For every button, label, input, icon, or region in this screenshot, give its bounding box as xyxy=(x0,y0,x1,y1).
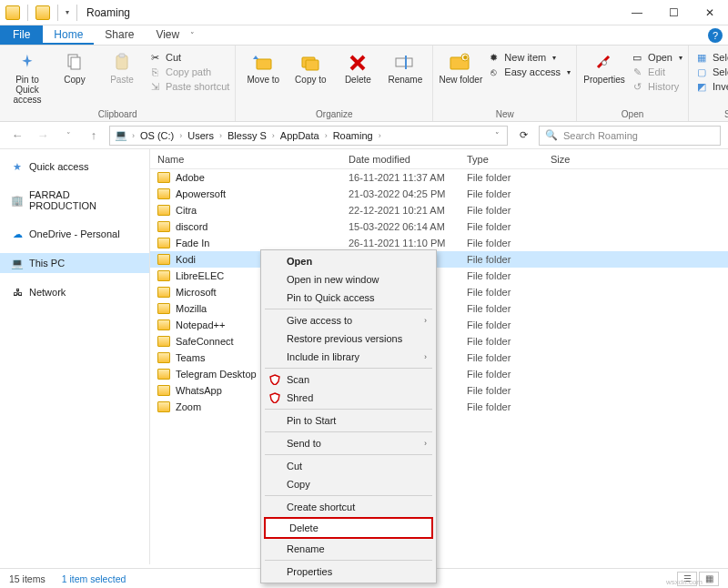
folder-row[interactable]: SafeConnectFile folder xyxy=(150,333,728,350)
svg-rect-8 xyxy=(405,56,407,69)
qat-dropdown[interactable]: ▾ xyxy=(66,8,69,16)
col-type[interactable]: Type xyxy=(467,154,551,165)
copy-path-button[interactable]: ⎘Copy path xyxy=(147,66,229,78)
edit-button[interactable]: ✎Edit xyxy=(630,66,682,78)
ctx-include-in-library[interactable]: Include in library› xyxy=(263,348,434,366)
crumb-user[interactable]: Blessy S xyxy=(226,130,268,141)
sidebar-quick-access[interactable]: ★Quick access xyxy=(0,157,149,177)
folder-icon xyxy=(157,205,170,216)
folder-row[interactable]: Notepad++File folder xyxy=(150,317,728,333)
new-folder-button[interactable]: ✹ New folder xyxy=(439,47,482,85)
folder-row[interactable]: LibreELECFile folder xyxy=(150,268,728,284)
ctx-pin-to-start[interactable]: Pin to Start xyxy=(263,411,434,430)
folder-type: File folder xyxy=(467,188,551,199)
ctx-rename[interactable]: Rename xyxy=(263,540,434,558)
ctx-send-to[interactable]: Send to› xyxy=(263,434,434,452)
window-title: Roaming xyxy=(86,6,130,19)
breadcrumb-dropdown[interactable]: ˅ xyxy=(495,131,503,140)
cut-button[interactable]: ✂Cut xyxy=(147,51,229,64)
crumb-appdata[interactable]: AppData xyxy=(278,130,321,141)
refresh-button[interactable]: ⟳ xyxy=(513,126,533,146)
collapse-ribbon[interactable]: ˅ xyxy=(190,31,195,40)
folder-icon xyxy=(157,303,170,314)
invert-selection-button[interactable]: ◩Invert selection xyxy=(694,80,728,93)
pasteshortcut-icon: ⇲ xyxy=(147,80,162,93)
open-button[interactable]: ▭Open▾ xyxy=(630,51,682,64)
ctx-properties[interactable]: Properties xyxy=(263,563,434,581)
copy-button[interactable]: Copy xyxy=(53,47,96,85)
history-button[interactable]: ↺History xyxy=(630,80,682,93)
rename-button[interactable]: Rename xyxy=(383,47,427,85)
pin-quick-access-button[interactable]: Pin to Quick access xyxy=(5,47,49,105)
paste-button[interactable]: Paste xyxy=(100,47,144,85)
tab-share[interactable]: Share xyxy=(94,25,145,45)
ctx-scan[interactable]: Scan xyxy=(263,370,434,389)
folder-row[interactable]: discord15-03-2022 06:14 AMFile folder xyxy=(150,218,728,235)
select-all-button[interactable]: ▦Select all xyxy=(694,51,728,64)
tab-file[interactable]: File xyxy=(0,25,43,45)
folder-row[interactable]: Fade In26-11-2021 11:10 PMFile folder xyxy=(150,235,728,251)
delete-button[interactable]: Delete xyxy=(336,47,379,85)
move-to-button[interactable]: Move to xyxy=(241,47,285,85)
folder-name: WhatsApp xyxy=(176,385,222,396)
folder-row[interactable]: MozillaFile folder xyxy=(150,300,728,317)
back-button[interactable]: ← xyxy=(7,126,27,146)
folder-row[interactable]: TeamsFile folder xyxy=(150,350,728,366)
sidebar-onedrive[interactable]: ☁OneDrive - Personal xyxy=(0,224,149,244)
help-icon[interactable]: ? xyxy=(708,28,723,43)
ctx-open[interactable]: Open xyxy=(263,252,434,270)
ctx-pin-to-quick-access[interactable]: Pin to Quick access xyxy=(263,289,434,307)
ctx-delete[interactable]: Delete xyxy=(266,519,431,537)
select-none-button[interactable]: ▢Select none xyxy=(694,66,728,78)
easy-access-button[interactable]: ⎋Easy access▾ xyxy=(486,66,571,78)
new-item-button[interactable]: ✹New item▾ xyxy=(486,51,571,64)
crumb-users[interactable]: Users xyxy=(186,130,216,141)
invert-icon: ◩ xyxy=(694,80,709,93)
folder-row[interactable]: Telegram DesktopFile folder xyxy=(150,366,728,382)
ctx-restore-previous-versions[interactable]: Restore previous versions xyxy=(263,329,434,348)
folder-row[interactable]: Citra22-12-2021 10:21 AMFile folder xyxy=(150,202,728,218)
tab-home[interactable]: Home xyxy=(43,25,94,45)
breadcrumb[interactable]: 💻 › OS (C:)› Users› Blessy S› AppData› R… xyxy=(109,126,508,146)
ctx-give-access-to[interactable]: Give access to› xyxy=(263,311,434,329)
ctx-open-in-new-window[interactable]: Open in new window xyxy=(263,270,434,289)
col-date[interactable]: Date modified xyxy=(349,154,467,165)
submenu-arrow: › xyxy=(424,352,427,361)
search-input[interactable]: 🔍 Search Roaming xyxy=(539,126,721,146)
crumb-roaming[interactable]: Roaming xyxy=(331,130,375,141)
folder-row[interactable]: KodiFile folder xyxy=(150,251,728,268)
up-button[interactable]: ↑ xyxy=(84,126,104,146)
sidebar-this-pc[interactable]: 💻This PC xyxy=(0,253,149,273)
ctx-copy[interactable]: Copy xyxy=(263,475,434,493)
tab-view[interactable]: View xyxy=(145,25,190,45)
folder-icon xyxy=(157,385,170,396)
sidebar-network[interactable]: 🖧Network xyxy=(0,282,149,302)
copy-to-button[interactable]: Copy to xyxy=(288,47,332,85)
folder-icon xyxy=(157,238,170,248)
maximize-button[interactable]: ☐ xyxy=(655,0,692,25)
folder-name: Mozilla xyxy=(176,303,207,314)
sidebar-farrad[interactable]: 🏢FARRAD PRODUCTION xyxy=(0,186,149,215)
ctx-create-shortcut[interactable]: Create shortcut xyxy=(263,498,434,516)
crumb-os[interactable]: OS (C:) xyxy=(138,130,176,141)
ctx-cut[interactable]: Cut xyxy=(263,457,434,475)
building-icon: 🏢 xyxy=(11,194,24,207)
folder-row[interactable]: Adobe16-11-2021 11:37 AMFile folder xyxy=(150,169,728,186)
ctx-shred[interactable]: Shred xyxy=(263,389,434,407)
ribbon: Pin to Quick access Copy Paste ✂Cut ⎘Cop… xyxy=(0,46,728,122)
folder-row[interactable]: Apowersoft21-03-2022 04:25 PMFile folder xyxy=(150,186,728,202)
close-button[interactable]: ✕ xyxy=(692,0,728,25)
folder-row[interactable]: ZoomFile folder xyxy=(150,399,728,415)
forward-button[interactable]: → xyxy=(33,126,53,146)
delete-icon xyxy=(345,51,370,73)
recent-locations[interactable]: ˅ xyxy=(58,126,78,146)
folder-row[interactable]: WhatsAppFile folder xyxy=(150,382,728,399)
paste-shortcut-button[interactable]: ⇲Paste shortcut xyxy=(147,80,229,93)
minimize-button[interactable]: — xyxy=(619,0,655,25)
col-size[interactable]: Size xyxy=(551,154,605,165)
folder-type: File folder xyxy=(467,369,551,380)
properties-button[interactable]: Properties xyxy=(582,47,626,85)
col-name[interactable]: Name xyxy=(157,154,349,165)
watermark: wsxdn.com xyxy=(666,578,703,586)
folder-row[interactable]: MicrosoftFile folder xyxy=(150,284,728,300)
